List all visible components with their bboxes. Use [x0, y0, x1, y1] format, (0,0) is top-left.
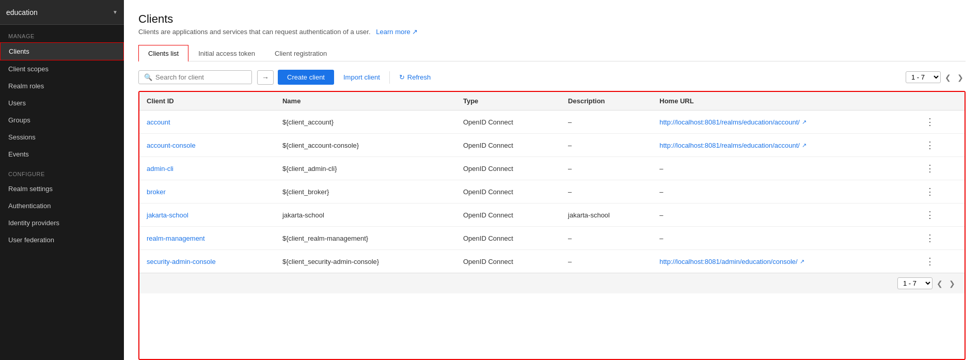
search-submit-button[interactable]: → [257, 70, 274, 85]
client-type: OpenID Connect [456, 227, 561, 250]
prev-page-button[interactable]: ❮ [943, 72, 953, 83]
client-home-url: – [652, 227, 915, 250]
col-header-name: Name [275, 92, 456, 111]
external-link-icon: ↗ [412, 28, 418, 36]
row-more-button[interactable]: ⋮ [922, 255, 938, 268]
client-id-link[interactable]: security-admin-console [147, 258, 216, 265]
client-name: ${client_realm-management} [275, 227, 456, 250]
sidebar-item-realm-settings[interactable]: Realm settings [0, 180, 124, 197]
row-more-button[interactable]: ⋮ [922, 138, 938, 152]
footer-per-page-select[interactable]: 1 - 71 - 101 - 20 [897, 277, 932, 289]
table-row: account-console${client_account-console}… [139, 134, 965, 157]
client-home-url: – [652, 157, 915, 180]
client-home-url: http://localhost:8081/realms/education/a… [652, 134, 915, 157]
tab-initial-access-token[interactable]: Initial access token [188, 45, 265, 61]
col-header-home-url: Home URL [652, 92, 915, 111]
sidebar-item-user-federation[interactable]: User federation [0, 231, 124, 248]
realm-selector[interactable]: education ▼ [0, 0, 124, 25]
next-page-button[interactable]: ❯ [955, 72, 966, 83]
toolbar: 🔍 → Create client Import client ↻ Refres… [138, 70, 966, 85]
create-client-button[interactable]: Create client [278, 70, 334, 85]
sidebar-item-authentication[interactable]: Authentication [0, 197, 124, 214]
row-more-button[interactable]: ⋮ [922, 115, 938, 129]
client-id-link[interactable]: realm-management [147, 234, 205, 242]
tab-bar: Clients listInitial access tokenClient r… [138, 45, 966, 61]
client-name: jakarta-school [275, 204, 456, 227]
col-header-description: Description [561, 92, 652, 111]
chevron-down-icon: ▼ [113, 9, 118, 15]
client-home-url: http://localhost:8081/admin/education/co… [652, 250, 915, 273]
client-description: – [561, 111, 652, 134]
learn-more-link[interactable]: Learn more ↗ [376, 28, 418, 36]
row-more-button[interactable]: ⋮ [922, 185, 938, 198]
search-input[interactable] [155, 73, 243, 81]
refresh-icon: ↻ [399, 73, 405, 81]
footer-pagination-info: 1 - 71 - 101 - 20 ❮ ❯ [897, 277, 957, 289]
refresh-button[interactable]: ↻ Refresh [394, 70, 436, 85]
client-type: OpenID Connect [456, 111, 561, 134]
realm-name: education [6, 8, 38, 17]
table-row: jakarta-schooljakarta-schoolOpenID Conne… [139, 204, 965, 227]
client-type: OpenID Connect [456, 204, 561, 227]
client-description: – [561, 227, 652, 250]
sidebar-item-events[interactable]: Events [0, 146, 124, 163]
sidebar-item-groups[interactable]: Groups [0, 112, 124, 129]
row-more-button[interactable]: ⋮ [922, 208, 938, 222]
client-description: – [561, 134, 652, 157]
col-header-actions [915, 92, 965, 111]
divider [389, 71, 390, 84]
client-type: OpenID Connect [456, 180, 561, 204]
sidebar-item-clients[interactable]: Clients [0, 42, 124, 60]
sidebar-item-users[interactable]: Users [0, 95, 124, 112]
sidebar-item-realm-roles[interactable]: Realm roles [0, 77, 124, 95]
tab-client-registration[interactable]: Client registration [265, 45, 337, 61]
main-content: Clients Clients are applications and ser… [124, 0, 980, 360]
client-id-link[interactable]: admin-cli [147, 165, 173, 173]
clients-table-wrapper: Client IDNameTypeDescriptionHome URL acc… [138, 91, 966, 360]
client-name: ${client_security-admin-console} [275, 250, 456, 273]
client-id-link[interactable]: account [147, 118, 170, 126]
client-description: jakarta-school [561, 204, 652, 227]
client-type: OpenID Connect [456, 157, 561, 180]
sidebar-section-configure: Configure [0, 163, 124, 180]
client-id-link[interactable]: account-console [147, 142, 196, 149]
home-url-link[interactable]: http://localhost:8081/realms/education/a… [659, 118, 800, 126]
client-home-url: http://localhost:8081/realms/education/a… [652, 111, 915, 134]
client-name: ${client_account} [275, 111, 456, 134]
clients-table: Client IDNameTypeDescriptionHome URL acc… [139, 92, 965, 273]
external-link-icon: ↗ [802, 142, 807, 149]
table-body: account${client_account}OpenID Connect–h… [139, 111, 965, 273]
client-name: ${client_admin-cli} [275, 157, 456, 180]
per-page-select[interactable]: 1 - 71 - 101 - 20 [906, 71, 941, 83]
import-client-button[interactable]: Import client [338, 70, 385, 85]
home-url-link[interactable]: http://localhost:8081/admin/education/co… [659, 258, 797, 265]
tab-clients-list[interactable]: Clients list [138, 45, 188, 61]
sidebar-section-manage: Manage [0, 25, 124, 42]
client-id-link[interactable]: jakarta-school [147, 211, 188, 219]
table-header: Client IDNameTypeDescriptionHome URL [139, 92, 965, 111]
table-row: security-admin-console${client_security-… [139, 250, 965, 273]
table-row: account${client_account}OpenID Connect–h… [139, 111, 965, 134]
client-type: OpenID Connect [456, 134, 561, 157]
col-header-client-id: Client ID [139, 92, 275, 111]
external-link-icon: ↗ [800, 258, 804, 265]
sidebar-item-identity-providers[interactable]: Identity providers [0, 214, 124, 231]
footer-next-page-button[interactable]: ❯ [947, 278, 957, 289]
row-more-button[interactable]: ⋮ [922, 231, 938, 245]
pagination-info: 1 - 71 - 101 - 20 ❮ ❯ [906, 71, 966, 83]
client-description: – [561, 180, 652, 204]
arrow-right-icon: → [262, 73, 269, 82]
table-row: admin-cli${client_admin-cli}OpenID Conne… [139, 157, 965, 180]
sidebar-item-sessions[interactable]: Sessions [0, 129, 124, 146]
client-home-url: – [652, 204, 915, 227]
row-more-button[interactable]: ⋮ [922, 162, 938, 175]
client-id-link[interactable]: broker [147, 188, 166, 196]
home-url-link[interactable]: http://localhost:8081/realms/education/a… [659, 142, 800, 149]
client-type: OpenID Connect [456, 250, 561, 273]
sidebar-item-client-scopes[interactable]: Client scopes [0, 60, 124, 77]
table-row: broker${client_broker}OpenID Connect––⋮ [139, 180, 965, 204]
table-row: realm-management${client_realm-managemen… [139, 227, 965, 250]
col-header-type: Type [456, 92, 561, 111]
footer-prev-page-button[interactable]: ❮ [935, 278, 945, 289]
external-link-icon: ↗ [802, 119, 807, 126]
